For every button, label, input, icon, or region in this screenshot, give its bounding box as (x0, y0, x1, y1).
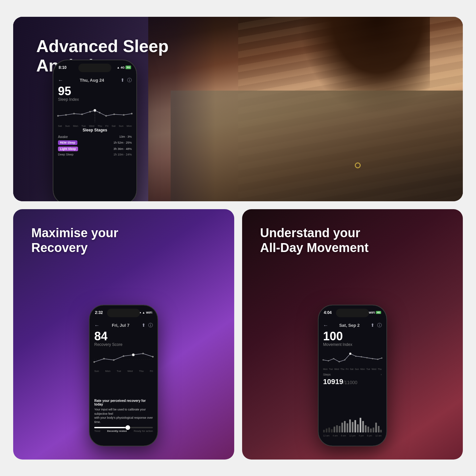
recovery-slider[interactable] (94, 427, 153, 428)
svg-rect-54 (375, 423, 377, 433)
nav-icons: ⬆ ⓘ (121, 77, 132, 83)
svg-point-18 (132, 353, 135, 356)
svg-point-7 (99, 112, 100, 113)
steps-bar-chart: 12 am 4 am 8 am 12 pm 4 pm 8 pm 12 am (323, 416, 382, 436)
svg-point-1 (57, 115, 59, 117)
svg-point-26 (344, 359, 345, 360)
recovery-panel: Maximise your Recovery 2:32 ●●● ▲ WiFi (13, 209, 234, 460)
svg-point-16 (113, 359, 115, 361)
recovery-nav-back[interactable]: ← (94, 322, 99, 328)
movement-title: Understand your All-Day Movement (260, 226, 369, 256)
recovery-content: ← Fri, Jul 7 ⬆ ⓘ 84 Recovery Score (90, 320, 157, 446)
svg-rect-45 (352, 422, 353, 433)
svg-rect-39 (336, 425, 338, 432)
recovery-nav-date: Fri, Jul 7 (112, 323, 129, 328)
steps-row: Steps › (323, 373, 382, 376)
svg-rect-42 (344, 421, 346, 433)
share-icon[interactable]: ⬆ (121, 77, 125, 83)
phone-notch-movement (336, 309, 369, 317)
movement-score: 100 (323, 330, 382, 342)
movement-info-icon[interactable]: ⓘ (377, 322, 382, 328)
movement-chart-labels: Mon Tue Wed Thu Fri Sat Sun Mon Tue Wed … (323, 368, 382, 370)
phone-notch (78, 64, 111, 72)
svg-rect-51 (367, 426, 369, 432)
slider-text: Your input will be used to calibrate you… (94, 407, 153, 424)
recovery-score: 84 (94, 330, 153, 342)
recovery-info-icon[interactable]: ⓘ (148, 322, 153, 328)
recovery-nav-icons: ⬆ ⓘ (142, 322, 153, 328)
recovery-time: 2:32 (95, 310, 103, 315)
steps-value: 10919 (323, 378, 343, 386)
svg-rect-38 (333, 426, 335, 432)
svg-point-9 (113, 113, 115, 115)
movement-phone: 4:04 ●●● WiFi 4G ← Sat, Sep 2 ⬆ ⓘ (318, 305, 387, 446)
svg-point-30 (366, 357, 368, 358)
movement-share-icon[interactable]: ⬆ (371, 322, 375, 328)
movement-chart: Mon Tue Wed Thu Fri Sat Sun Mon Tue Wed … (323, 350, 382, 371)
svg-rect-46 (354, 420, 356, 433)
svg-point-14 (94, 361, 95, 363)
movement-nav-back[interactable]: ← (323, 322, 328, 328)
svg-rect-35 (326, 428, 327, 432)
steps-limit: /11000 (343, 380, 357, 385)
svg-rect-53 (373, 427, 374, 432)
svg-rect-41 (341, 423, 343, 433)
movement-panel: Understand your All-Day Movement 4:04 ●●… (242, 209, 463, 460)
recovery-title: Maximise your Recovery (31, 226, 118, 256)
movement-score-label: Movement Index (323, 342, 382, 347)
recovery-phone-screen: 2:32 ●●● ▲ WiFi ← Fri, Jul 7 ⬆ ⓘ (90, 305, 157, 446)
svg-point-5 (89, 111, 91, 112)
phone-content: ← Thu, Aug 24 ⬆ ⓘ 95 Sleep Index (53, 75, 136, 201)
svg-point-31 (372, 358, 373, 359)
nav-bar: ← Thu, Aug 24 ⬆ ⓘ (58, 77, 132, 83)
svg-point-20 (152, 356, 154, 357)
svg-point-29 (361, 356, 362, 357)
recovery-phone: 2:32 ●●● ▲ WiFi ← Fri, Jul 7 ⬆ ⓘ (89, 305, 158, 446)
chart-labels: Sat Sun Mon Tue Wed Thu Fri Sat Sun Mon (58, 125, 132, 127)
recovery-slider-section: Rate your perceived recovery for today Y… (94, 399, 153, 432)
svg-point-2 (65, 114, 67, 116)
recovery-share-icon[interactable]: ⬆ (142, 322, 146, 328)
movement-nav-date: Sat, Sep 2 (339, 323, 360, 328)
svg-rect-40 (339, 426, 340, 432)
nav-back[interactable]: ← (58, 77, 63, 83)
svg-point-15 (103, 358, 105, 359)
movement-nav-icons: ⬆ ⓘ (371, 322, 382, 328)
svg-rect-48 (360, 418, 361, 433)
nav-date: Thu, Aug 24 (80, 78, 104, 83)
top-panel: Advanced Sleep Analytics 8:10 ▲ 4G 5G ← (13, 17, 463, 201)
slider-fill (94, 427, 126, 428)
sleep-score: 95 (58, 85, 132, 97)
svg-point-27 (349, 352, 351, 355)
svg-point-3 (73, 113, 75, 114)
svg-point-19 (142, 352, 144, 354)
svg-point-22 (322, 359, 324, 360)
svg-rect-49 (362, 421, 364, 433)
steps-count: 10919/11000 (323, 378, 382, 386)
recovery-chart-labels: Sun Mon Tue Wed Thu Fri (94, 370, 153, 373)
stage-rem: REM Sleep 1h 52m · 25% (58, 140, 132, 145)
info-icon[interactable]: ⓘ (127, 77, 132, 83)
status-time: 8:10 (59, 65, 67, 70)
slider-thumb[interactable] (126, 425, 130, 430)
svg-point-23 (328, 360, 329, 361)
svg-rect-34 (323, 430, 325, 432)
stage-light: Light Sleep 3h 36m · 48% (58, 147, 132, 151)
recovery-nav: ← Fri, Jul 7 ⬆ ⓘ (94, 322, 153, 328)
svg-point-11 (131, 113, 133, 114)
ring-decoration (355, 162, 361, 168)
svg-point-25 (339, 361, 340, 362)
sleep-score-label: Sleep Index (58, 97, 132, 102)
svg-rect-56 (380, 430, 382, 432)
svg-rect-37 (331, 429, 332, 432)
top-phone: 8:10 ▲ 4G 5G ← Thu, Aug 24 ⬆ ⓘ 95 (53, 60, 137, 201)
top-phone-screen: 8:10 ▲ 4G 5G ← Thu, Aug 24 ⬆ ⓘ 95 (53, 60, 136, 201)
slider-labels: Tired Decently rested Ready for action (94, 430, 153, 433)
phone-notch-recovery (107, 309, 140, 317)
movement-nav: ← Sat, Sep 2 ⬆ ⓘ (323, 322, 382, 328)
svg-point-24 (333, 358, 334, 359)
svg-rect-50 (365, 425, 366, 432)
sleep-chart: Sat Sun Mon Tue Wed Thu Fri Sat Sun Mon (58, 104, 132, 126)
svg-point-4 (81, 113, 83, 115)
recovery-score-label: Recovery Score (94, 342, 153, 347)
